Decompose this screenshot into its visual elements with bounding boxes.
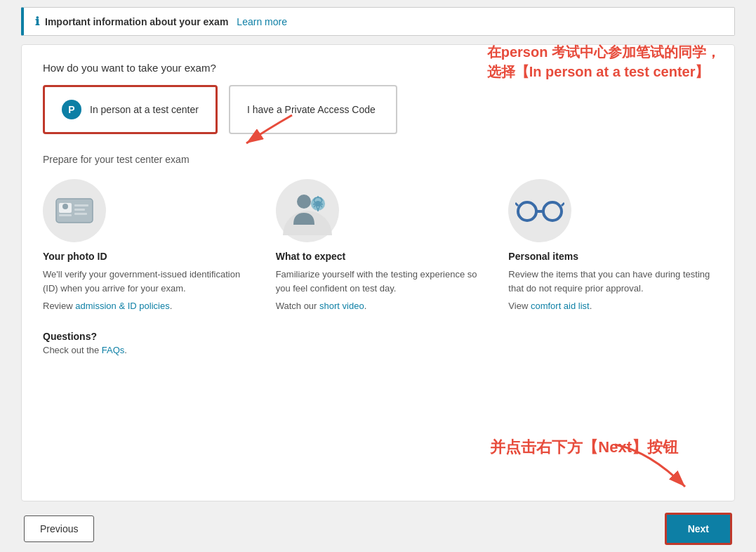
photo-id-desc: We'll verify your government-issued iden…	[43, 268, 248, 295]
personal-items-title: Personal items	[508, 251, 713, 262]
option-in-person[interactable]: P In person at a test center	[43, 85, 218, 134]
photo-id-card: Your photo ID We'll verify your governme…	[43, 179, 248, 311]
photo-id-link-text: Review admission & ID policies.	[43, 301, 248, 311]
photo-id-icon	[43, 179, 106, 242]
svg-rect-7	[74, 213, 87, 215]
main-card: 在person 考试中心参加笔试的同学， 选择【In person at a t…	[21, 44, 735, 501]
svg-rect-6	[74, 209, 85, 211]
what-to-expect-link-text: Watch our short video.	[276, 301, 481, 311]
what-to-expect-title: What to expect	[276, 251, 481, 262]
info-icon: ℹ	[35, 15, 39, 28]
learn-more-link[interactable]: Learn more	[237, 16, 287, 27]
in-person-label: In person at a test center	[90, 104, 199, 115]
personal-items-card: Personal items Review the items that you…	[508, 179, 713, 311]
person-gear-svg	[283, 186, 332, 235]
questions-desc: Check out the FAQs.	[43, 345, 713, 355]
photo-id-title: Your photo ID	[43, 251, 248, 262]
what-to-expect-desc: Familiarize yourself with the testing ex…	[276, 268, 481, 295]
question-label: How do you want to take your exam?	[43, 62, 713, 74]
personal-items-link-text: View comfort aid list.	[508, 301, 713, 311]
questions-title: Questions?	[43, 331, 713, 342]
faq-link[interactable]: FAQs	[102, 345, 125, 355]
personal-items-desc: Review the items that you can have durin…	[508, 268, 713, 295]
nav-buttons: Previous Next	[21, 513, 735, 545]
info-banner: ℹ Important information about your exam …	[21, 7, 735, 36]
prepare-label: Prepare for your test center exam	[43, 154, 713, 165]
svg-point-9	[297, 195, 311, 209]
svg-line-15	[515, 203, 518, 206]
short-video-link[interactable]: short video	[319, 301, 364, 311]
admission-id-link[interactable]: admission & ID policies	[75, 301, 169, 311]
svg-point-13	[543, 202, 562, 221]
exam-options: P In person at a test center I have a Pr…	[43, 85, 713, 134]
private-access-label: I have a Private Access Code	[247, 104, 376, 115]
svg-point-12	[518, 202, 536, 221]
option-private-access[interactable]: I have a Private Access Code	[229, 85, 397, 134]
svg-rect-5	[74, 204, 88, 206]
in-person-icon: P	[62, 100, 81, 119]
what-to-expect-card: What to expect Familiarize yourself with…	[276, 179, 481, 311]
personal-items-icon	[508, 179, 571, 242]
svg-line-16	[562, 203, 564, 206]
comfort-aid-link[interactable]: comfort aid list	[531, 301, 590, 311]
previous-button[interactable]: Previous	[24, 515, 94, 542]
annotation-bottom: 并点击右下方【Next】按钮	[490, 437, 678, 459]
id-card-svg	[53, 196, 95, 225]
arrow-annotation-bottom	[608, 438, 692, 494]
svg-point-3	[62, 204, 68, 209]
glasses-svg	[515, 192, 564, 230]
info-cards: Your photo ID We'll verify your governme…	[43, 179, 713, 311]
banner-text: Important information about your exam	[45, 16, 228, 27]
svg-point-11	[315, 201, 321, 206]
what-to-expect-icon	[276, 179, 339, 242]
next-button[interactable]: Next	[665, 513, 732, 545]
questions-section: Questions? Check out the FAQs.	[43, 331, 713, 355]
svg-rect-4	[59, 214, 72, 216]
